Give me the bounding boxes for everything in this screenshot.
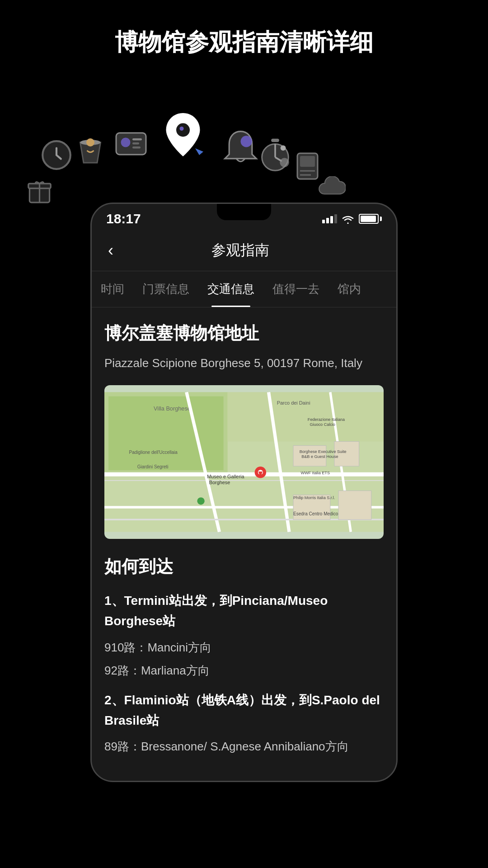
tab-ticket[interactable]: 门票信息 <box>133 271 198 307</box>
notch <box>217 204 271 220</box>
map-container[interactable]: Villa Borghese Parco dei Daini <box>104 385 384 539</box>
signal-bar-3 <box>330 216 333 223</box>
gift-icon <box>25 175 54 205</box>
svg-rect-8 <box>132 138 142 141</box>
clock-icon <box>41 139 72 171</box>
time-display: 18:17 <box>106 211 141 226</box>
route-1-title: 1、Termini站出发，到Pinciana/Museo Borghese站 <box>104 591 384 632</box>
route-2-title: 2、Flaminio站（地铁A线）出发，到S.Paolo del Brasile… <box>104 690 384 731</box>
tab-transport[interactable]: 交通信息 <box>198 271 263 307</box>
signal-bars <box>322 214 337 223</box>
map-image: Villa Borghese Parco dei Daini <box>104 385 384 539</box>
floating-icons-area <box>0 76 488 193</box>
route-1-line-1: 910路：Mancini方向 <box>104 639 384 656</box>
page-title: 博物馆参观指南清晰详细 <box>0 0 488 76</box>
content-area: 博尔盖塞博物馆地址 Piazzale Scipione Borghese 5, … <box>92 307 396 781</box>
tab-worth[interactable]: 值得一去 <box>263 271 328 307</box>
svg-point-12 <box>180 127 184 131</box>
svg-rect-15 <box>271 138 279 142</box>
route-1-line-2: 92路：Marliana方向 <box>104 662 384 679</box>
route-item-2: 2、Flaminio站（地铁A线）出发，到S.Paolo del Brasile… <box>104 690 384 756</box>
svg-rect-6 <box>116 133 146 155</box>
route-item-1: 1、Termini站出发，到Pinciana/Museo Borghese站 9… <box>104 591 384 679</box>
svg-point-19 <box>280 158 289 167</box>
svg-point-7 <box>121 137 131 147</box>
location-pin-icon <box>156 108 210 162</box>
svg-rect-21 <box>300 156 315 167</box>
svg-point-5 <box>86 138 94 146</box>
id-card-icon <box>111 123 151 164</box>
status-icons <box>322 214 382 224</box>
signal-bar-1 <box>322 220 325 223</box>
cloud-icon <box>314 173 346 205</box>
address-text: Piazzale Scipione Borghese 5, 00197 Rome… <box>104 354 384 373</box>
svg-rect-57 <box>104 392 384 532</box>
nav-bar: ‹ 参观指南 <box>92 230 396 271</box>
phone-wrapper: 18:17 <box>0 203 488 783</box>
tab-bar: 时间 门票信息 交通信息 值得一去 馆内 <box>92 271 396 307</box>
cup-icon <box>70 130 111 171</box>
svg-rect-10 <box>132 146 141 149</box>
address-title: 博尔盖塞博物馆地址 <box>104 322 384 345</box>
signal-bar-4 <box>334 214 337 223</box>
phone-frame: 18:17 <box>90 203 398 783</box>
svg-point-18 <box>281 145 286 151</box>
timer-icon <box>255 135 295 175</box>
battery-icon <box>359 214 382 224</box>
back-button[interactable]: ‹ <box>104 237 117 264</box>
nav-title: 参观指南 <box>117 241 364 260</box>
route-2-line-1: 89路：Bressanone/ S.Agnese Annibaliano方向 <box>104 738 384 755</box>
svg-rect-9 <box>132 142 139 145</box>
tab-inside[interactable]: 馆内 <box>328 271 370 307</box>
how-to-title: 如何到达 <box>104 555 384 578</box>
signal-bar-2 <box>326 218 329 223</box>
tab-time[interactable]: 时间 <box>92 271 133 307</box>
svg-point-13 <box>241 136 252 147</box>
wifi-icon <box>342 214 354 224</box>
